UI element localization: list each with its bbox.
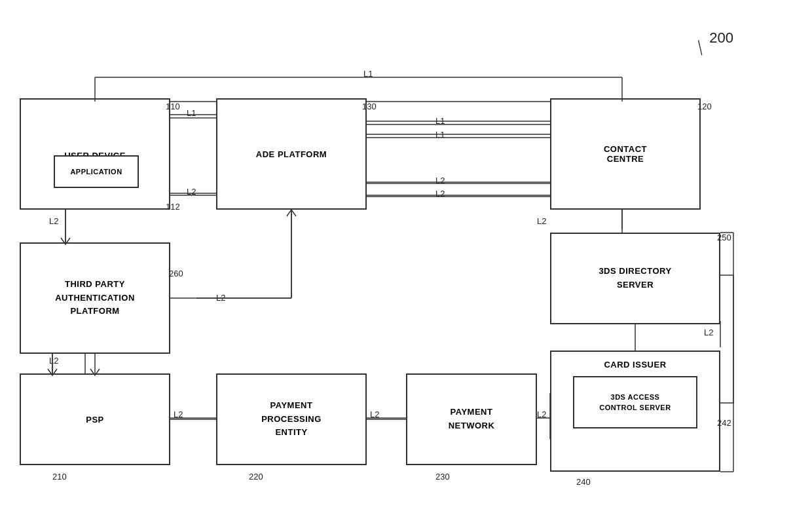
- label-130: 130: [362, 102, 377, 111]
- label-l1a: L1: [187, 108, 196, 118]
- third-party-label: THIRD PARTYAUTHENTICATIONPLATFORM: [55, 278, 135, 318]
- label-240: 240: [576, 477, 591, 487]
- label-250: 250: [717, 233, 731, 242]
- label-l2k: L2: [537, 216, 546, 226]
- label-230: 230: [435, 472, 450, 482]
- node-third-party: THIRD PARTYAUTHENTICATIONPLATFORM: [20, 242, 170, 354]
- label-l2i: L2: [216, 293, 225, 303]
- node-psp: PSP: [20, 373, 170, 465]
- diagram-number: 200: [709, 29, 733, 47]
- 3ds-access-label: 3DS ACCESSCONTROL SERVER: [599, 392, 671, 413]
- ade-platform-label: ADE PLATFORM: [256, 149, 327, 159]
- psp-label: PSP: [86, 415, 104, 425]
- payment-processing-label: PAYMENTPROCESSINGENTITY: [261, 399, 322, 440]
- label-l2d: L2: [49, 216, 58, 226]
- contact-centre-label: CONTACTCENTRE: [604, 144, 647, 164]
- label-210: 210: [52, 472, 67, 482]
- label-242: 242: [717, 418, 731, 428]
- label-l2a: L2: [187, 187, 196, 197]
- node-card-issuer: CARD ISSUER 3DS ACCESSCONTROL SERVER: [550, 351, 720, 472]
- payment-network-label: PAYMENTNETWORK: [449, 406, 495, 433]
- label-260: 260: [169, 269, 183, 278]
- node-payment-network: PAYMENTNETWORK: [406, 373, 537, 465]
- label-l2b: L2: [435, 176, 445, 185]
- card-issuer-label: CARD ISSUER: [604, 360, 666, 370]
- label-l2e: L2: [49, 356, 58, 366]
- node-application: APPLICATION: [54, 155, 139, 188]
- label-l1-top: L1: [363, 69, 373, 79]
- label-110: 110: [166, 102, 180, 111]
- diagram-container: 200 ╱ USER DEVICE APPLICATION 110 112 AD…: [0, 0, 812, 513]
- arrow-200: ╱: [693, 40, 708, 56]
- label-120: 120: [697, 102, 712, 111]
- node-ade-platform: ADE PLATFORM: [216, 98, 367, 210]
- label-l2h: L2: [537, 409, 546, 419]
- node-user-device: USER DEVICE APPLICATION: [20, 98, 170, 210]
- label-l2f: L2: [174, 409, 183, 419]
- label-l2c: L2: [435, 189, 445, 199]
- label-112: 112: [166, 202, 180, 212]
- 3ds-directory-label: 3DS DIRECTORYSERVER: [599, 265, 671, 292]
- label-l1b: L1: [435, 116, 445, 126]
- label-l1c: L1: [435, 130, 445, 140]
- label-l2g: L2: [370, 409, 379, 419]
- node-3ds-directory: 3DS DIRECTORYSERVER: [550, 233, 720, 324]
- label-220: 220: [249, 472, 263, 482]
- node-payment-processing: PAYMENTPROCESSINGENTITY: [216, 373, 367, 465]
- label-l2j: L2: [704, 328, 713, 337]
- application-label: APPLICATION: [70, 168, 122, 176]
- node-3ds-access: 3DS ACCESSCONTROL SERVER: [573, 376, 697, 428]
- node-contact-centre: CONTACTCENTRE: [550, 98, 701, 210]
